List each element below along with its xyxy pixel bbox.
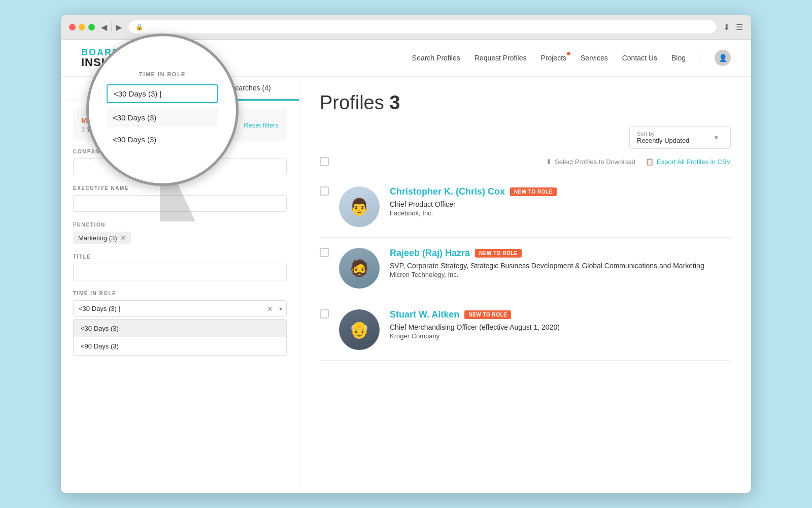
time-role-option-90[interactable]: <90 Days (3) — [74, 337, 286, 355]
nav-contact-us[interactable]: Contact Us — [622, 54, 657, 62]
profile-title-2: SVP, Corporate Strategy, Strategic Busin… — [390, 262, 731, 270]
forward-arrow[interactable]: ▶ — [116, 22, 122, 32]
minimize-dot[interactable] — [79, 24, 85, 30]
zoom-value: <30 Days (3) | — [107, 84, 218, 103]
sort-chevron-icon: ▾ — [715, 134, 718, 141]
nav-projects[interactable]: Projects — [540, 54, 566, 62]
profile-name-3[interactable]: Stuart W. Aitken — [390, 309, 459, 320]
expand-dot[interactable] — [88, 24, 95, 30]
sort-select[interactable]: Sort by Recently Updated ▾ — [629, 126, 731, 149]
nav-request-profiles[interactable]: Request Profiles — [475, 54, 527, 62]
sidebar: Filters Saved Searches (4) Marketing F50… — [61, 77, 299, 493]
zoom-label: TIME IN ROLE — [139, 71, 186, 77]
zoom-circle: TIME IN ROLE <30 Days (3) | <30 Days (3)… — [86, 34, 239, 186]
sort-select-inner: Sort by Recently Updated — [637, 131, 689, 144]
export-csv-link[interactable]: 📋 Export All Profiles in CSV — [646, 158, 731, 166]
profile-checkbox-1[interactable] — [320, 186, 329, 196]
sort-label: Sort by — [637, 131, 689, 137]
sort-value: Recently Updated — [637, 137, 689, 144]
projects-notification-dot — [567, 52, 570, 55]
main-nav: Search Profiles Request Profiles Project… — [412, 50, 731, 66]
profile-card-2: 🧔 Rajeeb (Raj) Hazra NEW TO ROLE SVP, Co… — [320, 238, 731, 299]
time-role-chevron-icon[interactable]: ▾ — [275, 305, 286, 312]
title-filter-section: TITLE — [73, 254, 287, 280]
menu-icon[interactable]: ☰ — [736, 22, 743, 32]
zoom-option1[interactable]: <30 Days (3) — [107, 108, 218, 127]
function-filter-label: FUNCTION — [73, 222, 287, 228]
time-role-option-30[interactable]: <30 Days (3) — [74, 320, 286, 337]
profile-info-2: Rajeeb (Raj) Hazra NEW TO ROLE SVP, Corp… — [390, 248, 731, 278]
title-filter-input[interactable] — [73, 264, 287, 280]
function-filter-tag: Marketing (3) ✕ — [73, 232, 131, 244]
user-avatar[interactable]: 👤 — [715, 50, 731, 66]
time-role-selected-value: <30 Days (3) | — [74, 301, 265, 316]
csv-icon: 📋 — [646, 158, 654, 166]
browser-actions: ⬇ ☰ — [723, 22, 743, 32]
lock-icon: 🔒 — [136, 23, 143, 30]
time-role-dropdown: <30 Days (3) <90 Days (3) — [73, 319, 287, 356]
url-bar[interactable]: 🔒 — [128, 20, 717, 34]
profile-name-row-3: Stuart W. Aitken NEW TO ROLE — [390, 309, 731, 320]
profile-company-1: Facebook, Inc. — [390, 209, 731, 217]
profile-name-row-1: Christopher K. (Chris) Cox NEW TO ROLE — [390, 186, 731, 197]
profile-title-3: Chief Merchandising Officer (effective A… — [390, 323, 731, 331]
time-in-role-section: TIME IN ROLE <30 Days (3) | ✕ ▾ <30 Days… — [73, 291, 287, 356]
app-container: BOARDROOM INSIDERS Search Profiles Reque… — [61, 40, 751, 493]
new-to-role-badge-2: NEW TO ROLE — [475, 249, 522, 258]
nav-vertical-divider — [700, 52, 700, 64]
browser-window: ◀ ▶ 🔒 ⬇ ☰ BOARDROOM INSIDERS Search Prof… — [61, 15, 751, 493]
profile-company-3: Kroger Company — [390, 332, 731, 340]
page-title: Profiles 3 — [320, 92, 731, 114]
profile-name-row-2: Rajeeb (Raj) Hazra NEW TO ROLE — [390, 248, 731, 259]
new-to-role-badge-3: NEW TO ROLE — [464, 310, 511, 319]
content-toolbar: ⬇ Select Profiles to Download 📋 Export A… — [320, 157, 731, 166]
nav-search-profiles[interactable]: Search Profiles — [412, 54, 460, 62]
profile-card: 👨 Christopher K. (Chris) Cox NEW TO ROLE… — [320, 176, 731, 238]
main-layout: Filters Saved Searches (4) Marketing F50… — [61, 77, 751, 493]
profile-checkbox-3[interactable] — [320, 309, 329, 319]
profile-company-2: Micron Technology, Inc. — [390, 271, 731, 278]
back-arrow[interactable]: ◀ — [101, 22, 107, 32]
select-all-checkbox[interactable] — [320, 157, 329, 166]
toolbar-left — [320, 157, 329, 166]
zoom-option2[interactable]: <90 Days (3) — [107, 130, 218, 149]
browser-dots — [69, 24, 95, 30]
time-role-select-wrapper[interactable]: <30 Days (3) | ✕ ▾ — [73, 300, 287, 317]
profile-avatar-2: 🧔 — [339, 248, 380, 289]
close-dot[interactable] — [69, 24, 76, 30]
download-icon: ⬇ — [546, 158, 552, 166]
profile-avatar-3: 👴 — [339, 309, 380, 350]
profile-card-3: 👴 Stuart W. Aitken NEW TO ROLE Chief Mer… — [320, 299, 731, 361]
browser-navigation: ◀ ▶ — [101, 22, 122, 32]
profile-name-1[interactable]: Christopher K. (Chris) Cox — [390, 186, 505, 197]
profiles-list: 👨 Christopher K. (Chris) Cox NEW TO ROLE… — [320, 176, 731, 361]
function-tag-remove[interactable]: ✕ — [120, 234, 126, 242]
nav-services[interactable]: Services — [581, 54, 608, 62]
time-role-clear-icon[interactable]: ✕ — [265, 305, 275, 313]
download-icon[interactable]: ⬇ — [723, 22, 730, 32]
profile-title-1: Chief Product Officer — [390, 200, 731, 208]
time-in-role-label: TIME IN ROLE — [73, 291, 287, 296]
profile-info-1: Christopher K. (Chris) Cox NEW TO ROLE C… — [390, 186, 731, 217]
profile-checkbox-2[interactable] — [320, 248, 329, 257]
new-to-role-badge-1: NEW TO ROLE — [510, 187, 557, 196]
function-filter-section: FUNCTION Marketing (3) ✕ — [73, 222, 287, 244]
function-tag-text: Marketing (3) — [78, 234, 117, 242]
profile-info-3: Stuart W. Aitken NEW TO ROLE Chief Merch… — [390, 309, 731, 340]
profile-avatar-1: 👨 — [339, 186, 380, 227]
sort-container: Sort by Recently Updated ▾ — [320, 126, 731, 149]
toolbar-right: ⬇ Select Profiles to Download 📋 Export A… — [546, 158, 731, 166]
content-area: Profiles 3 Sort by Recently Updated ▾ — [299, 77, 751, 493]
reset-filters-link[interactable]: Reset filters — [244, 121, 279, 129]
nav-divider — [111, 22, 112, 31]
profile-name-2[interactable]: Rajeeb (Raj) Hazra — [390, 248, 470, 259]
title-filter-label: TITLE — [73, 254, 287, 260]
nav-blog[interactable]: Blog — [671, 54, 686, 62]
download-profiles-link[interactable]: ⬇ Select Profiles to Download — [546, 158, 635, 166]
